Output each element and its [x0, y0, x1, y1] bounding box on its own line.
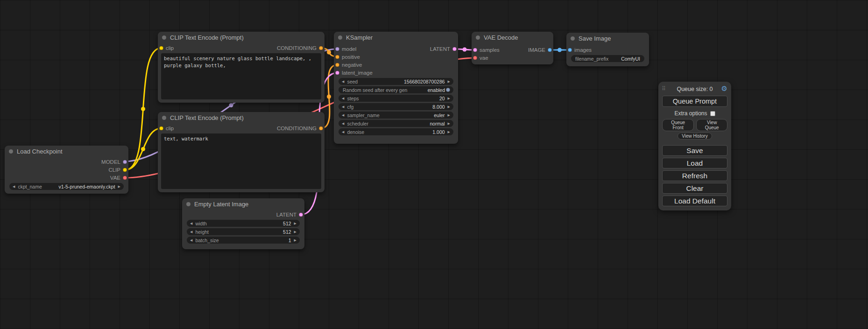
port-clip-input[interactable]	[159, 46, 163, 50]
decrement-arrow-icon[interactable]: ◀	[342, 80, 344, 83]
save-button[interactable]: Save	[662, 145, 727, 156]
widget-ckpt-name[interactable]: ◀ ckpt_name v1-5-pruned-emaonly.ckpt ▶	[9, 183, 124, 190]
node-title-bar[interactable]: Empty Latent Image	[182, 198, 304, 210]
widget-value: euler	[434, 112, 445, 118]
decrement-arrow-icon[interactable]: ◀	[342, 105, 344, 108]
collapse-dot-icon[interactable]	[571, 36, 575, 41]
increment-arrow-icon[interactable]: ▶	[448, 97, 450, 100]
node-clip-text-encode-negative[interactable]: CLIP Text Encode (Prompt) clip CONDITION…	[158, 112, 325, 192]
widget-batch-size[interactable]: ◀ batch_size 1 ▶	[187, 237, 300, 244]
collapse-dot-icon[interactable]	[9, 149, 13, 154]
clear-button[interactable]: Clear	[662, 183, 727, 194]
port-image-output[interactable]	[548, 48, 552, 52]
widget-label: Random seed after every gen	[343, 87, 407, 93]
port-vae-input[interactable]	[473, 56, 477, 60]
collapse-dot-icon[interactable]	[162, 116, 166, 120]
port-conditioning-output[interactable]	[319, 126, 323, 130]
port-samples-input[interactable]	[473, 48, 477, 52]
port-images-input[interactable]	[568, 48, 572, 52]
widget-cfg[interactable]: ◀ cfg 8.000 ▶	[339, 103, 453, 110]
drag-handle-icon[interactable]: ⠿	[662, 85, 666, 92]
increment-arrow-icon[interactable]: ▶	[294, 222, 296, 225]
port-latent-output[interactable]	[452, 47, 457, 51]
collapse-dot-icon[interactable]	[338, 35, 342, 40]
widget-filename-prefix[interactable]: filename_prefix ComfyUI	[571, 55, 644, 62]
increment-arrow-icon[interactable]: ▶	[448, 122, 450, 125]
port-latent-output[interactable]	[299, 212, 303, 217]
port-clip-output[interactable]	[123, 168, 127, 172]
widget-denoise[interactable]: ◀ denoise 1.000 ▶	[339, 128, 453, 135]
queue-size-label: Queue size: 0	[677, 86, 713, 92]
collapse-dot-icon[interactable]	[162, 35, 166, 40]
increment-arrow-icon[interactable]: ▶	[448, 113, 450, 117]
increment-arrow-icon[interactable]: ▶	[448, 130, 450, 133]
node-title: CLIP Text Encode (Prompt)	[170, 34, 244, 41]
queue-front-button[interactable]: Queue Front	[662, 119, 694, 131]
increment-arrow-icon[interactable]: ▶	[294, 238, 296, 242]
node-title-bar[interactable]: CLIP Text Encode (Prompt)	[158, 32, 325, 43]
widget-width[interactable]: ◀ width 512 ▶	[187, 220, 300, 227]
widget-scheduler[interactable]: ◀ scheduler normal ▶	[339, 120, 453, 127]
widget-value: 20	[439, 96, 445, 101]
node-ksampler[interactable]: KSampler model LATENT positive negative …	[334, 32, 458, 144]
widget-sampler-name[interactable]: ◀ sampler_name euler ▶	[339, 112, 453, 119]
port-latent-image-input[interactable]	[335, 70, 339, 75]
load-default-button[interactable]: Load Default	[662, 196, 727, 206]
increment-arrow-icon[interactable]: ▶	[448, 80, 450, 83]
slot-row: samples IMAGE	[472, 46, 553, 54]
widget-random-seed-toggle[interactable]: Random seed after every gen enabled	[339, 86, 453, 93]
node-title-bar[interactable]: Load Checkpoint	[5, 146, 128, 157]
decrement-arrow-icon[interactable]: ◀	[342, 97, 344, 100]
prompt-textarea[interactable]: beautiful scenery nature glass bottle la…	[161, 53, 321, 99]
port-model-input[interactable]	[335, 47, 339, 51]
node-load-checkpoint[interactable]: Load Checkpoint MODEL CLIP VAE ◀ ckpt_na…	[5, 146, 128, 194]
port-conditioning-output[interactable]	[319, 46, 323, 50]
port-negative-input[interactable]	[335, 63, 339, 67]
node-title-bar[interactable]: VAE Decode	[472, 32, 553, 43]
decrement-arrow-icon[interactable]: ◀	[190, 222, 192, 225]
decrement-arrow-icon[interactable]: ◀	[190, 238, 192, 242]
view-history-button[interactable]: View History	[677, 133, 712, 140]
settings-gear-icon[interactable]: ⚙	[721, 84, 727, 93]
widget-label: sampler_name	[347, 112, 379, 118]
port-positive-input[interactable]	[335, 55, 339, 59]
port-vae-output[interactable]	[123, 175, 127, 180]
widget-seed[interactable]: ◀ seed 156680208700286 ▶	[339, 78, 453, 85]
port-clip-input[interactable]	[159, 126, 163, 130]
node-empty-latent-image[interactable]: Empty Latent Image LATENT ◀ width 512 ▶ …	[182, 198, 304, 249]
widget-value: 156680208700286	[404, 79, 445, 84]
widget-steps[interactable]: ◀ steps 20 ▶	[339, 95, 453, 102]
node-vae-decode[interactable]: VAE Decode samples IMAGE vae	[472, 32, 553, 64]
graph-canvas[interactable]: Load Checkpoint MODEL CLIP VAE ◀ ckpt_na…	[0, 0, 868, 329]
slot-row: LATENT	[182, 210, 304, 218]
decrement-arrow-icon[interactable]: ◀	[342, 122, 344, 125]
load-button[interactable]: Load	[662, 158, 727, 168]
decrement-arrow-icon[interactable]: ◀	[342, 130, 344, 133]
node-title-bar[interactable]: KSampler	[334, 32, 458, 43]
decrement-arrow-icon[interactable]: ◀	[342, 113, 344, 117]
extra-options-row: Extra options	[662, 110, 727, 117]
increment-arrow-icon[interactable]: ▶	[294, 230, 296, 233]
refresh-button[interactable]: Refresh	[662, 170, 727, 181]
widget-label: scheduler	[347, 121, 368, 126]
increment-arrow-icon[interactable]: ▶	[448, 105, 450, 108]
slot-row: model LATENT	[334, 45, 458, 53]
widget-label: steps	[347, 96, 359, 101]
widget-height[interactable]: ◀ height 512 ▶	[187, 228, 300, 235]
port-model-output[interactable]	[123, 160, 127, 164]
extra-options-checkbox[interactable]	[710, 111, 715, 116]
node-clip-text-encode-positive[interactable]: CLIP Text Encode (Prompt) clip CONDITION…	[158, 32, 325, 103]
decrement-arrow-icon[interactable]: ◀	[13, 185, 15, 188]
slot-row: images	[566, 46, 649, 54]
decrement-arrow-icon[interactable]: ◀	[190, 230, 192, 233]
view-queue-button[interactable]: View Queue	[696, 119, 727, 131]
queue-prompt-button[interactable]: Queue Prompt	[662, 96, 727, 107]
node-title-bar[interactable]: CLIP Text Encode (Prompt)	[158, 112, 325, 123]
toggle-dot-icon[interactable]	[446, 88, 450, 92]
collapse-dot-icon[interactable]	[186, 202, 191, 206]
increment-arrow-icon[interactable]: ▶	[118, 185, 120, 188]
node-save-image[interactable]: Save Image images filename_prefix ComfyU…	[566, 33, 649, 66]
collapse-dot-icon[interactable]	[476, 35, 480, 40]
node-title-bar[interactable]: Save Image	[566, 33, 649, 44]
prompt-textarea[interactable]: text, watermark	[161, 133, 321, 189]
